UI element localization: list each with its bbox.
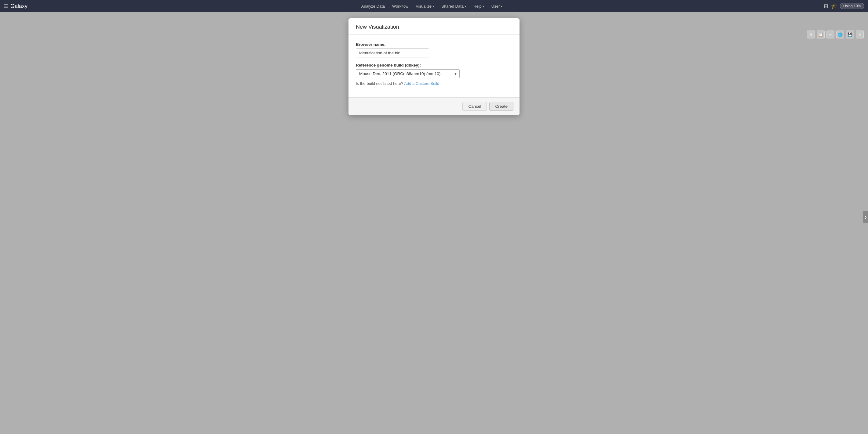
nav-help[interactable]: Help ▾: [470, 3, 487, 10]
visualize-caret: ▾: [432, 5, 434, 8]
menu-icon: ☰: [4, 3, 8, 9]
cancel-button[interactable]: Cancel: [462, 102, 487, 111]
genome-build-group: Reference genome build (dbkey): Mouse De…: [356, 63, 512, 86]
toolbar-close-btn[interactable]: ✕: [856, 31, 864, 38]
user-caret: ▾: [501, 5, 502, 8]
custom-build-link[interactable]: Add a Custom Build: [404, 81, 439, 86]
genome-build-select-wrapper: Mouse Dec. 2011 (GRCm38/mm10) (mm10) Hum…: [356, 69, 460, 78]
brand[interactable]: ☰ Galaxy: [4, 3, 28, 9]
toolbar-upload-btn[interactable]: ⬆: [807, 31, 815, 38]
create-button[interactable]: Create: [489, 102, 514, 111]
help-caret: ▾: [483, 5, 484, 8]
browser-name-input[interactable]: [356, 48, 429, 57]
toolbar-save-btn[interactable]: 💾: [846, 31, 854, 38]
modal-body: Browser name: Reference genome build (db…: [348, 35, 520, 97]
brand-name: Galaxy: [10, 3, 28, 9]
modal-title: New Visualization: [356, 24, 512, 30]
toolbar-copy-btn[interactable]: 📋: [817, 31, 825, 38]
genome-build-select[interactable]: Mouse Dec. 2011 (GRCm38/mm10) (mm10) Hum…: [356, 69, 460, 78]
browser-name-group: Browser name:: [356, 42, 512, 57]
nav-shared-data[interactable]: Shared Data ▾: [438, 3, 469, 10]
main-content: ⬆ 📋 ✏ 🌐 💾 ✕ New Visualization Browser na…: [0, 12, 868, 434]
new-visualization-modal: New Visualization Browser name: Referenc…: [348, 18, 520, 115]
modal-footer: Cancel Create: [348, 97, 520, 115]
navbar-right: ⊞ 🎓 Using 10%: [824, 3, 864, 9]
navbar: ☰ Galaxy Analyze Data Workflow Visualize…: [0, 0, 868, 12]
toolbar-edit-btn[interactable]: ✏: [827, 31, 834, 38]
shared-data-caret: ▾: [465, 5, 466, 8]
nav-workflow[interactable]: Workflow: [389, 3, 411, 10]
modal-header: New Visualization: [348, 18, 520, 35]
nav-center: Analyze Data Workflow Visualize ▾ Shared…: [40, 3, 824, 10]
usage-badge: Using 10%: [840, 3, 864, 9]
side-panel-toggle[interactable]: ❯: [863, 211, 868, 223]
genome-build-label: Reference genome build (dbkey):: [356, 63, 512, 67]
mortarboard-icon[interactable]: 🎓: [831, 3, 837, 9]
chevron-right-icon: ❯: [864, 215, 867, 219]
nav-analyze-data[interactable]: Analyze Data: [358, 3, 388, 10]
apps-icon[interactable]: ⊞: [824, 3, 828, 9]
modal-overlay: New Visualization Browser name: Referenc…: [0, 12, 868, 434]
custom-build-text: Is the build not listed here? Add a Cust…: [356, 81, 512, 86]
right-toolbar: ⬆ 📋 ✏ 🌐 💾 ✕: [807, 31, 864, 38]
toolbar-globe-btn[interactable]: 🌐: [836, 31, 844, 38]
browser-name-label: Browser name:: [356, 42, 512, 47]
nav-visualize[interactable]: Visualize ▾: [413, 3, 437, 10]
nav-user[interactable]: User ▾: [488, 3, 505, 10]
